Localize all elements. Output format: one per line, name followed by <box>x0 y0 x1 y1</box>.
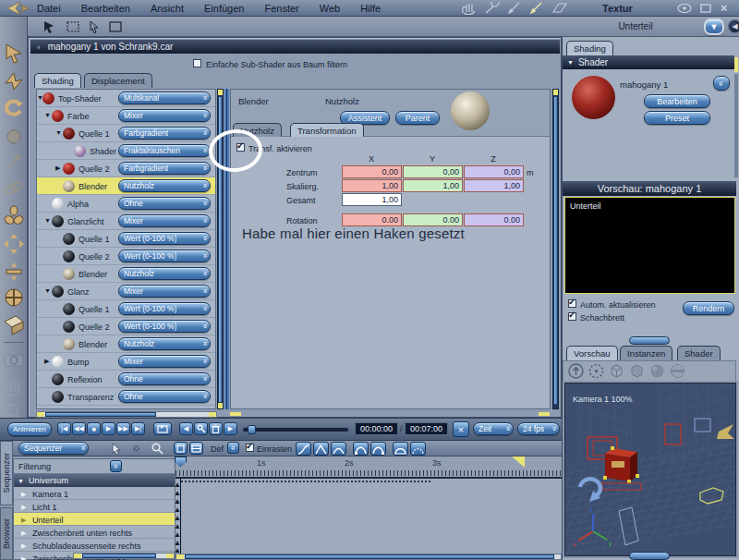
detail-scrollbar[interactable] <box>552 89 559 409</box>
gesamt-field[interactable]: 1,00 <box>342 193 402 206</box>
current-time-field[interactable]: 00:00:00 <box>355 422 398 435</box>
rotation-y-field[interactable]: 0.00 <box>403 213 463 226</box>
expand-icon[interactable]: ▶ <box>21 530 26 537</box>
tweener-flat-button[interactable] <box>393 442 408 456</box>
propeller-tool-icon[interactable] <box>3 205 25 227</box>
render-button[interactable]: Rendern <box>683 301 734 315</box>
tree-row-blender-selected[interactable]: BlenderNutzholz« <box>37 177 215 195</box>
shader-type-dropdown[interactable]: Farbgradient« <box>118 162 211 175</box>
seq-row-kamera1[interactable]: ▶Kamera 1 <box>14 487 175 500</box>
zentrum-z-field[interactable]: 0,00 <box>464 165 524 178</box>
preset-button[interactable]: Preset <box>644 111 710 125</box>
expand-icon[interactable]: ▼ <box>44 112 51 118</box>
delete-key-button[interactable] <box>209 422 223 435</box>
selection-tool-icon[interactable] <box>3 43 25 65</box>
scrollbar-thumb[interactable] <box>45 412 156 417</box>
shader-options-button[interactable]: « <box>713 76 730 91</box>
shader-type-dropdown[interactable]: Farbgradient« <box>118 127 211 140</box>
marquee-icon[interactable] <box>67 21 79 32</box>
seq-row-licht1[interactable]: ▶Licht 1 <box>14 500 175 513</box>
fps-dropdown[interactable]: 24 fps« <box>517 422 560 435</box>
auto-update-checkbox[interactable]: ✓ <box>568 299 576 308</box>
skalierung-y-field[interactable]: 1,00 <box>403 179 463 192</box>
hand-tool-icon[interactable] <box>460 2 479 15</box>
eye-icon[interactable] <box>677 4 692 13</box>
shader-editor-titlebar[interactable]: ∘ mahogany 1 von Schrank9.car <box>30 40 560 54</box>
link-tool-icon[interactable] <box>3 177 25 200</box>
tweener-ease-out-button[interactable] <box>370 442 386 456</box>
keyframe-marker-icon[interactable]: ▲ <box>174 506 181 514</box>
dolly-camera-icon[interactable] <box>3 261 25 283</box>
render-options-icon[interactable]: ☼ <box>131 441 141 454</box>
shader-type-dropdown[interactable]: Wert (0-100 %)« <box>118 232 211 245</box>
seq-row-universum[interactable]: ▼ Universum <box>14 474 175 487</box>
tree-row-top-shader[interactable]: ▼Top-ShaderMultikanal« <box>37 90 215 107</box>
filter-subshader-checkbox[interactable] <box>193 59 201 67</box>
shader-type-dropdown[interactable]: Nutzholz« <box>118 179 211 192</box>
region-icon[interactable] <box>109 21 122 32</box>
preview-titlebar[interactable]: Vorschau: mahogany 1 <box>563 181 736 196</box>
scroll-down-button[interactable]: ▼ <box>704 18 724 35</box>
rewind-button[interactable]: ◀◀ <box>72 422 86 435</box>
shader-type-dropdown[interactable]: Ohne« <box>118 372 211 385</box>
close-icon[interactable]: × <box>721 1 728 15</box>
wrench-tool-icon[interactable] <box>484 2 503 15</box>
expand-icon[interactable]: ▶ <box>55 164 60 172</box>
expand-icon[interactable]: ▼ <box>44 287 51 294</box>
menu-bearbeiten[interactable]: Bearbeiten <box>81 3 130 14</box>
panel-collapse-handle[interactable] <box>629 336 670 345</box>
tree-row-quelle1[interactable]: ▼Quelle 1Farbgradient« <box>37 125 215 142</box>
go-start-button[interactable]: |◀ <box>57 422 71 435</box>
cursor-tool-icon[interactable] <box>111 443 122 455</box>
tree-row-glanzlicht[interactable]: ▼GlanzlichtMixer« <box>37 213 215 230</box>
pan-camera-icon[interactable] <box>3 233 25 255</box>
seq-row-zwischenbrett-rechts[interactable]: ▶Zwischenbrett unten rechts <box>14 526 175 539</box>
expand-icon[interactable]: ▼ <box>44 217 51 224</box>
shader-type-dropdown[interactable]: Mixer« <box>118 109 211 122</box>
pen-tool-icon[interactable] <box>506 1 525 15</box>
snap-checkbox[interactable]: ✓ <box>246 444 254 452</box>
expand-icon[interactable]: ▼ <box>55 129 62 136</box>
scrollbar-thumb[interactable] <box>185 554 554 559</box>
loop-button[interactable] <box>153 422 172 435</box>
shader-type-dropdown[interactable]: Wert (0-100 %)« <box>118 250 211 262</box>
tweener-hold-button[interactable] <box>410 442 426 456</box>
shader-section-header[interactable]: ▼ Shader <box>563 55 734 69</box>
shader-type-dropdown[interactable]: Fraktalrauschen« <box>118 144 211 157</box>
expand-icon[interactable]: ▶ <box>21 555 26 560</box>
tree-row-glanz[interactable]: ▼GlanzMixer« <box>37 283 215 300</box>
move-tool-icon[interactable] <box>3 70 25 92</box>
play-button[interactable]: ▶ <box>102 422 115 435</box>
expand-icon[interactable]: ▶ <box>21 491 26 498</box>
tree-row-farbe[interactable]: ▼FarbeMixer« <box>37 107 215 125</box>
close-timeline-button[interactable]: × <box>453 421 469 437</box>
tree-row-alpha[interactable]: AlphaOhne« <box>37 195 215 213</box>
preview-3d-viewport[interactable]: x y z Kamera 1 100% <box>564 383 736 556</box>
panel-tool-icon[interactable] <box>551 2 569 15</box>
expand-icon[interactable]: ▶ <box>44 358 49 365</box>
tree-row-gl-quelle2[interactable]: Quelle 2Wert (0-100 %)« <box>37 248 215 265</box>
keyframe-marker-icon[interactable]: ▲ <box>174 523 181 530</box>
zentrum-x-field[interactable]: 0,00 <box>342 165 402 178</box>
seq-row-unterteil-selected[interactable]: ▶Unterteil <box>14 513 175 526</box>
flat-shade-mode-icon[interactable] <box>629 363 645 379</box>
shader-type-dropdown[interactable]: Nutzholz« <box>118 267 211 280</box>
tweener-bezier-button[interactable] <box>296 442 311 456</box>
tree-hscrollbar[interactable] <box>36 411 217 418</box>
shader-type-dropdown[interactable]: Wert (0-100 %)« <box>118 320 211 333</box>
select-arrow-icon[interactable] <box>42 20 57 33</box>
tab-sequenzer-vertical[interactable]: Sequenzer <box>0 441 13 505</box>
timeline-track-area[interactable]: ▲ ▲ ▲ ▲ ▲ ▲ ▲ ▲ ▲ <box>176 478 562 554</box>
plane-view-icon[interactable] <box>3 314 25 336</box>
tree-hscrollbar[interactable] <box>73 553 175 559</box>
edit-button[interactable]: Bearbeiten <box>644 94 710 108</box>
keyframe-marker-icon[interactable]: ▲ <box>174 490 181 497</box>
fit-timeline-button[interactable] <box>174 442 188 455</box>
keyframe-marker-icon[interactable]: ▲ <box>174 498 181 505</box>
sequencer-dropdown[interactable]: Sequenzer« <box>18 442 89 455</box>
def-dropdown-button[interactable]: « <box>227 442 239 454</box>
end-time-field[interactable]: 00:07:00 <box>405 422 448 435</box>
textured-mode-icon[interactable] <box>670 363 685 379</box>
skalierung-z-field[interactable]: 1,00 <box>464 179 524 192</box>
timeline-hscrollbar[interactable] <box>176 554 562 560</box>
